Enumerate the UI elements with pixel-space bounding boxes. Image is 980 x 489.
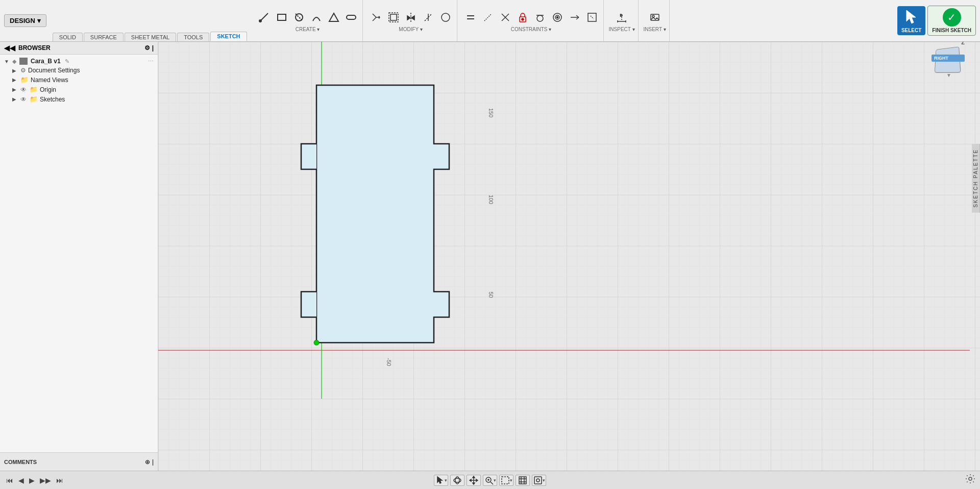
- move-tool-dropdown[interactable]: ▾: [445, 478, 447, 483]
- finish-sketch-button[interactable]: ✓ FINISH SKETCH: [927, 6, 976, 36]
- select-button[interactable]: SELECT: [897, 6, 925, 35]
- browser-settings-icon[interactable]: ⚙: [144, 44, 150, 52]
- canvas-area[interactable]: 150 100 50 -50 Z RIGHT ▼: [158, 42, 980, 471]
- svg-marker-55: [437, 477, 442, 483]
- project-icon[interactable]: [420, 9, 436, 25]
- comments-add-icon[interactable]: ⊕: [145, 458, 150, 466]
- orbit-button[interactable]: [450, 475, 464, 486]
- svg-line-0: [260, 13, 268, 21]
- svg-point-1: [259, 20, 261, 22]
- svg-marker-44: [906, 10, 916, 23]
- play-button[interactable]: ▶: [27, 475, 37, 485]
- move-tool-button[interactable]: ▾: [434, 475, 448, 486]
- folder-icon-named-views: 📁: [20, 76, 29, 84]
- trim-icon[interactable]: [368, 9, 384, 25]
- svg-text:150: 150: [488, 108, 494, 117]
- tangent-icon[interactable]: [532, 9, 548, 25]
- coincident-icon[interactable]: [497, 9, 513, 25]
- diamond-icon: ◆: [12, 58, 16, 65]
- line-tool-icon[interactable]: [256, 9, 273, 25]
- svg-point-53: [314, 340, 319, 345]
- svg-rect-46: [158, 42, 980, 471]
- svg-line-63: [491, 482, 493, 484]
- browser-item-origin[interactable]: ▶ 👁 📁 Origin: [0, 85, 158, 94]
- svg-rect-42: [651, 14, 659, 20]
- comments-pin-icon[interactable]: |: [152, 458, 154, 466]
- tab-solid[interactable]: SOLID: [53, 33, 83, 41]
- zoom-button[interactable]: ▾: [483, 475, 497, 486]
- root-edit-icon[interactable]: ✎: [65, 58, 69, 65]
- eye-icon-sketches[interactable]: 👁: [20, 96, 27, 103]
- browser-collapse-button[interactable]: ◀◀: [4, 44, 15, 52]
- browser-item-root[interactable]: ▼ ◆ Cara_B v1 ✎ ⋯: [0, 57, 158, 66]
- browser-item-named-views[interactable]: ▶ 📁 Named Views: [0, 75, 158, 85]
- constraints-label: CONSTRAINTS ▾: [511, 27, 551, 32]
- lock-icon[interactable]: [514, 9, 531, 25]
- section-box-button[interactable]: ▾: [499, 475, 513, 486]
- dimension-icon[interactable]: D: [614, 9, 630, 25]
- root-more-icon[interactable]: ⋯: [148, 58, 154, 65]
- svg-line-36: [591, 16, 594, 19]
- step-back-button[interactable]: ◀: [16, 475, 26, 485]
- viewcube[interactable]: Z RIGHT ▼: [934, 47, 965, 78]
- insert-image-icon[interactable]: [647, 9, 663, 25]
- named-views-label: Named Views: [31, 76, 68, 84]
- sketch-palette-tab[interactable]: SKETCH PALETTE: [972, 144, 980, 213]
- tab-tools[interactable]: TOOLS: [177, 33, 209, 41]
- tab-sketch[interactable]: SKETCH: [210, 32, 247, 41]
- polygon-tool-icon[interactable]: [326, 9, 342, 25]
- circle-tool-icon[interactable]: [437, 9, 454, 25]
- construction-icon[interactable]: [480, 9, 496, 25]
- slot-tool-icon[interactable]: [343, 9, 359, 25]
- settings-gear-icon[interactable]: [965, 473, 976, 486]
- extend-icon[interactable]: [584, 9, 600, 25]
- svg-marker-61: [476, 479, 478, 481]
- browser-pin-icon[interactable]: |: [152, 44, 154, 52]
- svg-line-8: [373, 17, 376, 21]
- display-settings-button[interactable]: ▾: [532, 475, 546, 486]
- section-box-dropdown[interactable]: ▾: [510, 478, 512, 483]
- create-label: CREATE ▾: [296, 27, 320, 32]
- equal-constraint-icon[interactable]: [462, 9, 479, 25]
- svg-point-57: [455, 477, 459, 484]
- zoom-dropdown[interactable]: ▾: [494, 478, 496, 483]
- svg-marker-58: [473, 476, 475, 478]
- document-icon: [19, 58, 28, 65]
- tab-surface[interactable]: SURFACE: [84, 33, 124, 41]
- collinear-icon[interactable]: [567, 9, 583, 25]
- comments-label: COMMENTS: [4, 459, 37, 465]
- select-label: SELECT: [901, 28, 921, 33]
- chevron-down-icon: ▾: [37, 17, 41, 24]
- constraints-icons: [462, 9, 600, 25]
- svg-point-19: [442, 13, 450, 21]
- pan-button[interactable]: [467, 475, 481, 486]
- grid-display-button[interactable]: [516, 475, 530, 486]
- browser-header: ◀◀ BROWSER ⚙ |: [0, 42, 158, 55]
- skip-to-end-button[interactable]: ⏭: [54, 475, 65, 485]
- checkmark-icon: ✓: [943, 8, 961, 27]
- svg-marker-5: [329, 13, 338, 21]
- cube-arrow-down[interactable]: ▼: [946, 72, 951, 78]
- concentric-icon[interactable]: [549, 9, 566, 25]
- mirror-icon[interactable]: [403, 9, 419, 25]
- design-dropdown[interactable]: DESIGN ▾: [4, 14, 46, 27]
- insert-icons: [647, 9, 663, 25]
- create-group: CREATE ▾: [253, 0, 363, 41]
- toolbar: DESIGN ▾ SOLID SURFACE SHEET METAL TOOLS…: [0, 0, 980, 42]
- browser-content: ▼ ◆ Cara_B v1 ✎ ⋯ ▶ ⚙ Document Settings …: [0, 55, 158, 452]
- gear-icon: ⚙: [20, 67, 26, 74]
- browser-item-doc-settings[interactable]: ▶ ⚙ Document Settings: [0, 66, 158, 75]
- browser-item-sketches[interactable]: ▶ 👁 📁 Sketches: [0, 94, 158, 104]
- tab-sheet-metal[interactable]: SHEET METAL: [125, 33, 176, 41]
- right-view-label[interactable]: RIGHT: [932, 55, 965, 62]
- rectangle-tool-icon[interactable]: [274, 9, 290, 25]
- browser-panel: ◀◀ BROWSER ⚙ | ▼ ◆ Cara_B v1 ✎ ⋯ ▶ ⚙ Doc…: [0, 42, 158, 471]
- arc-tool-icon[interactable]: [308, 9, 325, 25]
- eye-icon-origin[interactable]: 👁: [20, 86, 27, 93]
- step-forward-button[interactable]: ▶▶: [38, 475, 53, 485]
- circle-line-tool-icon[interactable]: [291, 9, 307, 25]
- finish-sketch-label: FINISH SKETCH: [932, 28, 971, 33]
- skip-to-start-button[interactable]: ⏮: [4, 475, 15, 485]
- offset-icon[interactable]: [385, 9, 402, 25]
- display-dropdown[interactable]: ▾: [543, 478, 545, 483]
